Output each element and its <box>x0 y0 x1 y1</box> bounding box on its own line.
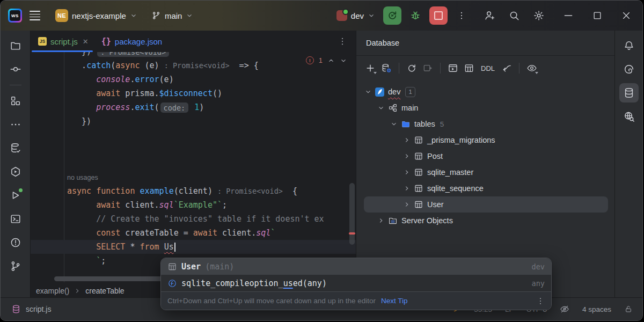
project-selector[interactable]: NE nextjs-example <box>52 7 141 24</box>
code-editor[interactable]: }) : Promise<void> .catch(async (e) : Pr… <box>31 52 356 282</box>
tree-row-server-objects[interactable]: Server Objects <box>364 213 608 229</box>
rail-divider <box>10 85 21 85</box>
breadcrumb-variable[interactable]: createTable <box>85 287 124 295</box>
chevron-right-icon[interactable] <box>402 169 411 176</box>
tool-bell-icon[interactable] <box>619 36 639 55</box>
chevron-right-icon[interactable] <box>402 136 411 144</box>
console-button[interactable] <box>445 61 460 76</box>
tool-problems-icon[interactable] <box>6 233 25 252</box>
folder-blue-icon <box>401 119 411 129</box>
chevron-right-icon[interactable] <box>402 201 411 208</box>
prev-error-icon[interactable] <box>327 57 335 64</box>
tree-label: tables <box>414 120 435 128</box>
more-actions-icon[interactable] <box>452 6 471 25</box>
stop-button[interactable] <box>429 6 448 25</box>
tool-services-icon[interactable] <box>6 162 25 181</box>
code-line: const createTable = await client.sql` <box>67 226 356 240</box>
tree-row-sqlite-sequence[interactable]: sqlite_sequence <box>364 180 608 196</box>
chevron-right-icon[interactable] <box>402 152 411 160</box>
code-line <box>67 128 356 142</box>
unlock-icon[interactable] <box>624 305 633 313</box>
chevron-down-icon[interactable] <box>364 88 372 96</box>
completion-item[interactable]: sqlite_compileoption_used(any)any <box>161 275 551 291</box>
tab-label: package.json <box>115 37 162 46</box>
next-tip-link[interactable]: Next Tip <box>381 297 408 305</box>
detach-icon <box>422 63 433 74</box>
tab-script-js[interactable]: JS script.js ✕ <box>31 31 94 52</box>
code-line: // Create the "invoices" table if it doe… <box>67 212 356 226</box>
error-stripe-mark[interactable] <box>349 232 355 235</box>
highlighting-level-icon[interactable] <box>560 304 569 314</box>
tool-web-search-icon[interactable] <box>619 107 639 126</box>
indent-setting[interactable]: 4 spaces <box>582 305 611 313</box>
close-tab-icon[interactable]: ✕ <box>83 38 89 46</box>
tree-label: main <box>401 104 418 112</box>
table-icon <box>167 262 177 272</box>
popup-more-icon[interactable] <box>536 297 545 305</box>
tree-label: _prisma_migrations <box>427 136 495 144</box>
add-button[interactable] <box>363 61 378 76</box>
tab-options-icon[interactable] <box>338 31 356 52</box>
minimize-button[interactable] <box>563 10 574 21</box>
code-line: no usages <box>67 170 356 184</box>
datasource-settings-icon <box>381 63 392 74</box>
tree-row-tables[interactable]: tables5 <box>364 116 608 132</box>
tool-terminal-icon[interactable] <box>6 209 25 229</box>
services-icon <box>10 166 21 178</box>
status-file-name[interactable]: script.js <box>26 305 51 313</box>
search-icon[interactable] <box>508 10 520 21</box>
datasource-settings-button[interactable] <box>379 61 394 76</box>
kebab-icon <box>457 11 466 20</box>
maximize-button[interactable] <box>592 10 603 21</box>
tree-row--prisma-migrations[interactable]: _prisma_migrations <box>364 132 608 148</box>
eye-button[interactable] <box>524 61 539 76</box>
tool-ai-assistant-icon[interactable] <box>619 60 639 79</box>
main-menu-icon[interactable] <box>30 8 45 23</box>
next-error-icon[interactable] <box>340 57 347 64</box>
tree-row-main[interactable]: main <box>364 100 608 116</box>
tab-package-json[interactable]: {} package.json <box>94 31 167 52</box>
tool-structure-icon[interactable] <box>6 91 25 111</box>
tree-row-sqlite-master[interactable]: sqlite_master <box>364 164 608 180</box>
close-button[interactable] <box>621 10 632 21</box>
tree-row-post[interactable]: Post <box>364 148 608 164</box>
tool-database-icon[interactable] <box>619 83 639 103</box>
user-add-icon[interactable] <box>484 10 495 21</box>
tool-folder-icon[interactable] <box>6 36 25 55</box>
completion-type: dev <box>532 262 545 271</box>
tool-database-check-icon[interactable] <box>6 138 25 158</box>
console-icon <box>448 63 458 74</box>
tree-row-user[interactable]: User <box>364 196 608 213</box>
code-line: console.error(e) <box>67 72 356 86</box>
vertical-scrollbar[interactable] <box>349 183 355 245</box>
sql-dialect-icon[interactable] <box>11 304 21 314</box>
tool-git-branch-icon[interactable] <box>6 257 25 276</box>
chevron-down-icon[interactable] <box>390 120 398 128</box>
bell-icon <box>623 40 635 52</box>
rerun-button[interactable] <box>383 6 401 25</box>
chevron-down-icon[interactable] <box>377 104 385 112</box>
refresh-button[interactable] <box>404 61 419 76</box>
tool-run-icon[interactable] <box>6 186 25 205</box>
debug-button[interactable] <box>406 6 425 25</box>
breadcrumb-function[interactable]: example() <box>36 287 69 295</box>
git-branch-icon <box>10 260 21 272</box>
run-configuration-selector[interactable]: dev <box>333 8 378 23</box>
detach-button[interactable] <box>420 61 435 76</box>
settings-icon[interactable] <box>533 10 545 21</box>
chevron-right-icon[interactable] <box>402 185 411 192</box>
tool-more-icon[interactable] <box>6 115 25 134</box>
error-count: 1 <box>319 56 323 64</box>
chevron-right-icon[interactable] <box>377 217 385 224</box>
tree-row-dev[interactable]: dev1 <box>364 84 608 100</box>
ddl-button[interactable]: DDL <box>478 64 498 72</box>
branch-selector[interactable]: main <box>148 9 197 23</box>
completion-label: User <box>181 262 201 272</box>
database-toolbar: DDL <box>356 56 617 80</box>
completion-item[interactable]: User(main)dev <box>161 258 551 275</box>
completion-label: sqlite_compileoption_used(any) <box>181 279 327 288</box>
jump-to-editor-button[interactable] <box>499 61 514 76</box>
table-button[interactable] <box>462 61 477 76</box>
inspection-widget[interactable]: ! 1 <box>306 56 347 64</box>
tool-commit-icon[interactable] <box>6 60 25 79</box>
